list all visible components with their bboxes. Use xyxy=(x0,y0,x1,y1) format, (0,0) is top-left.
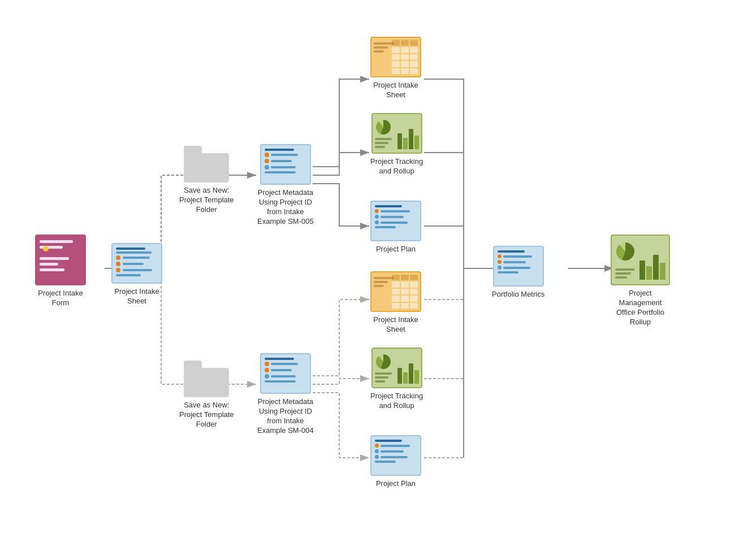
node-folder-top: Save as New:Project TemplateFolder xyxy=(179,146,234,215)
intake-sheet-mid-icon xyxy=(111,243,162,284)
intake-sheet-bot2-label: Project IntakeSheet xyxy=(373,315,418,335)
tracking-top-label: Project Trackingand Rollup xyxy=(370,157,423,176)
plan-bot-label: Project Plan xyxy=(376,479,416,489)
folder-bot-icon xyxy=(184,361,229,397)
node-intake-sheet-top: Project IntakeSheet xyxy=(370,37,421,100)
intake-sheet-top-icon xyxy=(370,37,421,77)
plan-top-label: Project Plan xyxy=(376,245,416,254)
pmo-rollup-label: ProjectManagementOffice PortfolioRollup xyxy=(616,289,664,327)
metadata-top-icon xyxy=(260,144,311,185)
node-plan-top: Project Plan xyxy=(370,201,421,254)
portfolio-metrics-icon xyxy=(493,246,544,286)
pmo-rollup-icon xyxy=(611,235,670,285)
node-portfolio-metrics: Portfolio Metrics xyxy=(492,246,544,299)
node-intake-form: Project Intake Form xyxy=(29,235,92,308)
diagram: Project Intake Form xyxy=(0,0,735,560)
node-pmo-rollup: ProjectManagementOffice PortfolioRollup xyxy=(611,235,670,327)
intake-form-label: Project Intake Form xyxy=(29,289,92,308)
node-metadata-top: Project MetadataUsing Project IDfrom Int… xyxy=(257,144,314,227)
node-intake-sheet-mid: Project IntakeSheet xyxy=(111,243,162,306)
node-intake-sheet-bot2: Project IntakeSheet xyxy=(370,271,421,335)
intake-sheet-mid-label: Project IntakeSheet xyxy=(114,287,159,306)
plan-bot-icon xyxy=(370,435,421,476)
intake-sheet-top-label: Project IntakeSheet xyxy=(373,81,418,100)
portfolio-metrics-label: Portfolio Metrics xyxy=(492,290,544,299)
node-plan-bot: Project Plan xyxy=(370,435,421,489)
tracking-top-icon xyxy=(371,113,422,154)
metadata-bot-label: Project MetadataUsing Project IDfrom Int… xyxy=(257,397,314,436)
folder-top-label: Save as New:Project TemplateFolder xyxy=(179,186,234,215)
node-tracking-top: Project Trackingand Rollup xyxy=(370,113,423,176)
tracking-bot-icon xyxy=(371,348,422,388)
tracking-bot-label: Project Trackingand Rollup xyxy=(370,392,423,411)
node-folder-bot: Save as New:Project TemplateFolder xyxy=(179,361,234,429)
metadata-bot-icon xyxy=(260,353,311,394)
intake-sheet-bot2-icon xyxy=(370,271,421,312)
metadata-top-label: Project MetadataUsing Project IDfrom Int… xyxy=(257,188,314,227)
node-tracking-bot: Project Trackingand Rollup xyxy=(370,348,423,411)
folder-top-icon xyxy=(184,146,229,183)
node-metadata-bot: Project MetadataUsing Project IDfrom Int… xyxy=(257,353,314,436)
intake-form-icon xyxy=(35,235,86,285)
folder-bot-label: Save as New:Project TemplateFolder xyxy=(179,401,234,429)
plan-top-icon xyxy=(370,201,421,241)
